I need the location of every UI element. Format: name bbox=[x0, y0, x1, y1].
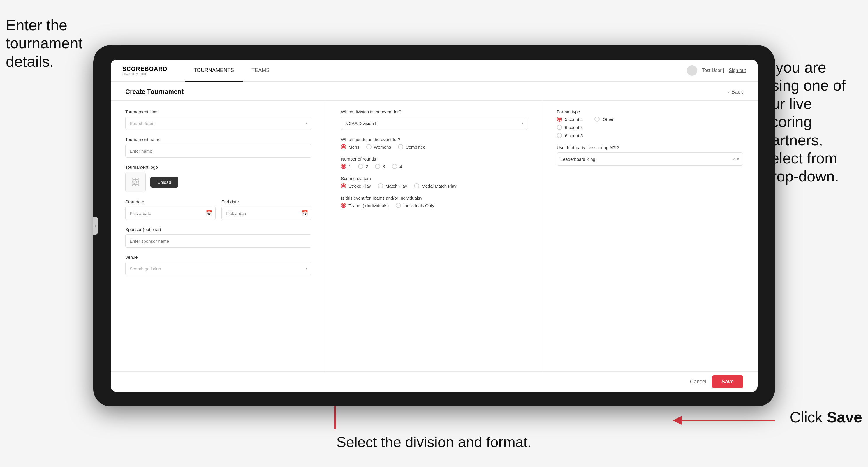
format-col-main: 5 count 4 6 count 4 6 count 5 bbox=[557, 117, 583, 138]
scoring-stroke-play[interactable]: Stroke Play bbox=[341, 183, 371, 188]
back-link[interactable]: ‹ Back bbox=[728, 89, 743, 95]
round-4-radio[interactable] bbox=[392, 164, 397, 169]
gender-mens-radio[interactable] bbox=[341, 144, 346, 150]
round-4[interactable]: 4 bbox=[392, 164, 402, 169]
division-select-wrapper: NCAA Division I ▾ bbox=[341, 117, 527, 130]
scoring-label: Scoring system bbox=[341, 176, 527, 181]
format-6count5[interactable]: 6 count 5 bbox=[557, 133, 583, 138]
svg-marker-3 bbox=[673, 416, 682, 425]
format-5count4[interactable]: 5 count 4 bbox=[557, 117, 583, 122]
rounds-radio-group: 1 2 3 4 bbox=[341, 164, 527, 169]
start-date-input[interactable] bbox=[125, 207, 216, 220]
logo-title: SCOREBOARD bbox=[122, 66, 167, 72]
format-6count5-label: 6 count 5 bbox=[565, 133, 583, 138]
venue-group: Venue Search golf club ▾ bbox=[125, 255, 311, 275]
host-search-input[interactable]: Search team bbox=[125, 117, 311, 130]
gender-radio-group: Mens Womens Combined bbox=[341, 144, 527, 150]
sidebar-toggle[interactable]: › bbox=[93, 217, 98, 235]
sign-out-link[interactable]: Sign out bbox=[729, 68, 746, 73]
nav-tournaments[interactable]: TOURNAMENTS bbox=[185, 60, 243, 82]
teams-group: Is this event for Teams and/or Individua… bbox=[341, 195, 527, 208]
format-6count5-radio[interactable] bbox=[557, 133, 562, 138]
round-3-label: 3 bbox=[382, 164, 385, 169]
chevron-icon: ▾ bbox=[737, 156, 739, 162]
page-title: Create Tournament bbox=[125, 88, 184, 96]
host-group: Tournament Host Search team ▾ bbox=[125, 109, 311, 130]
round-2-radio[interactable] bbox=[358, 164, 363, 169]
start-date-group: Start date 📅 bbox=[125, 199, 216, 220]
middle-column: Which division is the event for? NCAA Di… bbox=[326, 100, 542, 371]
teams-label-text: Teams (+Individuals) bbox=[348, 203, 389, 208]
name-label: Tournament name bbox=[125, 137, 311, 142]
end-date-label: End date bbox=[221, 199, 312, 204]
format-6count4[interactable]: 6 count 4 bbox=[557, 125, 583, 130]
gender-combined-radio[interactable] bbox=[398, 144, 403, 150]
format-col-other: Other bbox=[594, 117, 614, 138]
rounds-group: Number of rounds 1 2 bbox=[341, 156, 527, 169]
app-logo: SCOREBOARD Powered by clippit bbox=[122, 66, 167, 75]
upload-button[interactable]: Upload bbox=[150, 177, 178, 188]
logo-preview: 🖼 bbox=[125, 172, 146, 192]
host-label: Tournament Host bbox=[125, 109, 311, 114]
scoring-match-play-radio[interactable] bbox=[378, 183, 383, 188]
live-scoring-tag: Leaderboard King × ▾ bbox=[557, 152, 743, 166]
scoring-match-play[interactable]: Match Play bbox=[378, 183, 407, 188]
round-2-label: 2 bbox=[366, 164, 368, 169]
annotation-select-division: Select the division and format. bbox=[337, 434, 532, 451]
format-other[interactable]: Other bbox=[594, 117, 614, 122]
scoring-medal-match-radio[interactable] bbox=[414, 183, 419, 188]
nav-teams[interactable]: TEAMS bbox=[243, 60, 278, 82]
venue-label: Venue bbox=[125, 255, 311, 259]
rounds-label: Number of rounds bbox=[341, 156, 527, 161]
round-3[interactable]: 3 bbox=[375, 164, 385, 169]
teams-radio-group: Teams (+Individuals) Individuals Only bbox=[341, 203, 527, 208]
scoring-medal-match-label: Medal Match Play bbox=[422, 184, 456, 188]
individuals-only[interactable]: Individuals Only bbox=[396, 203, 434, 208]
end-date-wrapper: 📅 bbox=[221, 207, 312, 220]
live-scoring-clear-button[interactable]: × ▾ bbox=[733, 156, 739, 162]
round-3-radio[interactable] bbox=[375, 164, 380, 169]
start-date-label: Start date bbox=[125, 199, 216, 204]
save-button[interactable]: Save bbox=[712, 375, 743, 388]
close-icon: × bbox=[733, 157, 735, 162]
gender-combined-label: Combined bbox=[406, 145, 425, 150]
cancel-button[interactable]: Cancel bbox=[690, 379, 706, 385]
annotation-live-scoring: If you are using one of our live scoring… bbox=[763, 58, 862, 186]
round-1-radio[interactable] bbox=[341, 164, 346, 169]
gender-combined[interactable]: Combined bbox=[398, 144, 425, 150]
individuals-radio[interactable] bbox=[396, 203, 401, 208]
format-6count4-label: 6 count 4 bbox=[565, 125, 583, 130]
logo-label: Tournament logo bbox=[125, 165, 311, 169]
form-area: Tournament Host Search team ▾ Tournament… bbox=[111, 100, 757, 371]
scoring-stroke-play-radio[interactable] bbox=[341, 183, 346, 188]
live-scoring-value: Leaderboard King bbox=[561, 157, 595, 162]
sponsor-group: Sponsor (optional) bbox=[125, 227, 311, 248]
end-date-input[interactable] bbox=[221, 207, 312, 220]
teams-plus-individuals[interactable]: Teams (+Individuals) bbox=[341, 203, 389, 208]
format-other-radio[interactable] bbox=[594, 117, 600, 122]
tournament-name-input[interactable] bbox=[125, 144, 311, 158]
gender-mens[interactable]: Mens bbox=[341, 144, 359, 150]
gender-label: Which gender is the event for? bbox=[341, 137, 527, 142]
gender-womens[interactable]: Womens bbox=[366, 144, 391, 150]
teams-radio[interactable] bbox=[341, 203, 346, 208]
format-5count4-radio[interactable] bbox=[557, 117, 562, 122]
start-date-wrapper: 📅 bbox=[125, 207, 216, 220]
scoring-radio-group: Stroke Play Match Play Medal Match Play bbox=[341, 183, 527, 188]
round-1[interactable]: 1 bbox=[341, 164, 351, 169]
live-scoring-group: Use third-party live scoring API? Leader… bbox=[557, 145, 743, 166]
sponsor-input[interactable] bbox=[125, 234, 311, 248]
scoring-medal-match[interactable]: Medal Match Play bbox=[414, 183, 456, 188]
form-footer: Cancel Save bbox=[111, 371, 757, 392]
venue-search-input[interactable]: Search golf club bbox=[125, 262, 311, 275]
gender-mens-label: Mens bbox=[348, 145, 359, 150]
format-6count4-radio[interactable] bbox=[557, 125, 562, 130]
date-group: Start date 📅 End date 📅 bbox=[125, 199, 311, 220]
round-2[interactable]: 2 bbox=[358, 164, 368, 169]
division-select[interactable]: NCAA Division I bbox=[341, 117, 527, 130]
navbar: SCOREBOARD Powered by clippit TOURNAMENT… bbox=[111, 60, 757, 82]
gender-womens-radio[interactable] bbox=[366, 144, 372, 150]
format-other-label: Other bbox=[602, 117, 614, 122]
venue-select-wrapper: Search golf club ▾ bbox=[125, 262, 311, 275]
sponsor-label: Sponsor (optional) bbox=[125, 227, 311, 232]
